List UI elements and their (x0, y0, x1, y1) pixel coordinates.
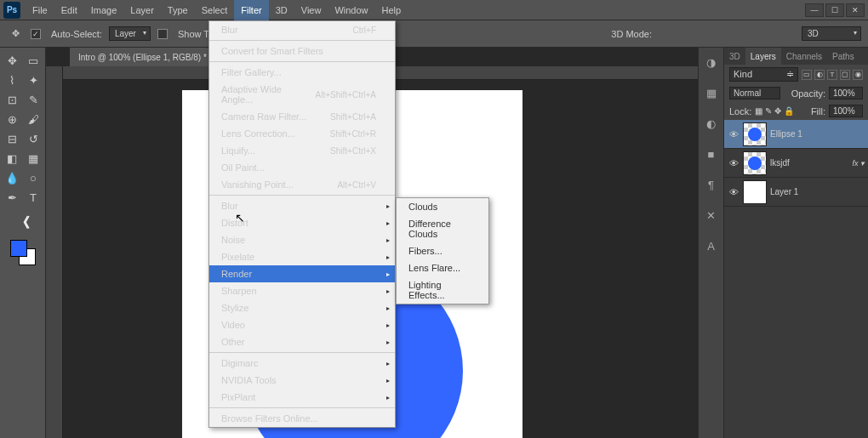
window-controls: — ☐ ✕ (805, 3, 865, 17)
minimize-button[interactable]: — (805, 3, 824, 17)
layer-name-label[interactable]: Layer 1 (770, 187, 798, 196)
layer-thumbnail[interactable] (743, 151, 767, 175)
eraser-tool[interactable]: ◧ (2, 149, 22, 168)
layer-filter-kind[interactable]: Kind ≑ (729, 67, 798, 82)
gradient-tool[interactable]: ▦ (23, 149, 43, 168)
filter-menu-filter-gallery-[interactable]: Filter Gallery... (209, 64, 395, 81)
character-panel-icon[interactable]: A (702, 236, 721, 255)
render-fibers-[interactable]: Fibers... (397, 242, 488, 259)
eyedropper-tool[interactable]: ✎ (23, 90, 43, 109)
type-tool[interactable]: T (23, 188, 43, 207)
layer-row[interactable]: 👁lksjdffx ▾ (724, 149, 868, 178)
filter-menu-stylize[interactable]: Stylize (209, 299, 395, 316)
magic-wand-tool[interactable]: ✦ (23, 71, 43, 89)
menu-filter[interactable]: Filter (234, 0, 268, 20)
close-button[interactable]: ✕ (846, 3, 865, 17)
filter-menu-liquify-[interactable]: Liquify...Shift+Ctrl+X (209, 142, 395, 159)
panel-tab-3d[interactable]: 3D (724, 48, 745, 65)
filter-menu-blur[interactable]: BlurCtrl+F (209, 21, 395, 38)
render-difference-clouds[interactable]: Difference Clouds (397, 215, 488, 242)
blur-tool[interactable]: 💧 (2, 168, 22, 187)
panel-tabs: 3DLayersChannelsPaths (724, 48, 868, 65)
workspace-switcher[interactable]: 3D (802, 26, 861, 41)
menu-type[interactable]: Type (161, 0, 195, 20)
layer-thumbnail[interactable] (743, 122, 767, 146)
heal-tool[interactable]: ⊕ (2, 110, 22, 128)
filter-menu-digimarc[interactable]: Digimarc (209, 355, 395, 372)
menu-image[interactable]: Image (84, 0, 124, 20)
dodge-tool[interactable]: ○ (23, 168, 43, 187)
menu-view[interactable]: View (294, 0, 328, 20)
menu-window[interactable]: Window (328, 0, 374, 20)
rect-marquee-tool[interactable]: ▭ (23, 51, 43, 70)
filter-menu-pixelate[interactable]: Pixelate (209, 248, 395, 265)
color-swatches[interactable] (10, 240, 36, 265)
filter-menu-noise[interactable]: Noise (209, 231, 395, 248)
filter-menu-distort[interactable]: Distort (209, 214, 395, 231)
menu-layer[interactable]: Layer (123, 0, 161, 20)
filter-menu-oil-paint-[interactable]: Oil Paint... (209, 159, 395, 176)
move-tool[interactable]: ✥ (2, 51, 22, 70)
filter-menu-camera-raw-filter-[interactable]: Camera Raw Filter...Shift+Ctrl+A (209, 108, 395, 125)
filter-menu-vanishing-point-[interactable]: Vanishing Point...Alt+Ctrl+V (209, 176, 395, 193)
render-lighting-effects-[interactable]: Lighting Effects... (397, 276, 488, 304)
filter-menu-blur[interactable]: Blur (209, 197, 395, 214)
layer-filter-icons[interactable]: ▭◐T▢◉ (802, 70, 863, 80)
layer-row[interactable]: 👁Ellipse 1 (724, 120, 868, 149)
layer-name-label[interactable]: lksjdf (770, 158, 790, 168)
filter-menu-pixplant[interactable]: PixPlant (209, 389, 395, 406)
filter-menu-sharpen[interactable]: Sharpen (209, 282, 395, 299)
color-panel-icon[interactable]: ◑ (702, 53, 721, 71)
swatches-panel-icon[interactable]: ▦ (702, 83, 721, 102)
panel-tab-channels[interactable]: Channels (781, 48, 827, 65)
filter-menu-other[interactable]: Other (209, 333, 395, 350)
visibility-icon[interactable]: 👁 (728, 158, 740, 168)
tools-panel-icon[interactable]: ✕ (702, 206, 721, 225)
show-transform-checkbox[interactable] (157, 29, 168, 39)
foreground-color[interactable] (10, 240, 27, 257)
filter-menu-convert-for-smart-filters[interactable]: Convert for Smart Filters (209, 43, 395, 60)
opacity-input[interactable]: 100% (829, 87, 863, 100)
layers-panel: 3DLayersChannelsPaths Kind ≑ ▭◐T▢◉ Norma… (724, 48, 868, 438)
visibility-icon[interactable]: 👁 (728, 187, 740, 197)
crop-tool[interactable]: ⊡ (2, 90, 22, 109)
auto-select-dropdown[interactable]: Layer (109, 26, 151, 41)
fill-input[interactable]: 100% (829, 105, 863, 117)
brush-tool[interactable]: 🖌 (23, 110, 43, 128)
maximize-button[interactable]: ☐ (825, 3, 844, 17)
pen-tool[interactable]: ✒ (2, 188, 22, 207)
right-panel-group: ◑ ▦ ◐ ■ ¶ ✕ A 3DLayersChannelsPaths Kind… (698, 48, 868, 438)
paragraph-panel-icon[interactable]: ¶ (702, 175, 721, 194)
filter-menu-render[interactable]: Render (209, 265, 395, 282)
menu-edit[interactable]: Edit (54, 0, 84, 20)
render-lens-flare-[interactable]: Lens Flare... (397, 259, 488, 276)
layer-thumbnail[interactable] (743, 180, 767, 204)
fx-badge[interactable]: fx ▾ (852, 159, 865, 168)
menu-select[interactable]: Select (195, 0, 235, 20)
filter-menu-adaptive-wide-angle-[interactable]: Adaptive Wide Angle...Alt+Shift+Ctrl+A (209, 81, 395, 108)
filter-menu-nvidia-tools[interactable]: NVIDIA Tools (209, 372, 395, 389)
menu-3d[interactable]: 3D (269, 0, 294, 20)
auto-select-checkbox[interactable] (31, 29, 41, 39)
filter-menu-video[interactable]: Video (209, 316, 395, 333)
lock-buttons[interactable]: ▦✎✥🔒 (755, 106, 794, 116)
document-tab[interactable]: Intro @ 100% (Ellipse 1, RGB/8) * (70, 48, 228, 66)
layer-row[interactable]: 👁Layer 1 (724, 178, 868, 207)
layer-name-label[interactable]: Ellipse 1 (770, 129, 802, 139)
blend-mode-select[interactable]: Normal (729, 87, 780, 100)
menu-bar: Ps FileEditImageLayerTypeSelectFilter3DV… (0, 0, 868, 20)
render-clouds[interactable]: Clouds (397, 198, 488, 215)
fill-label: Fill: (811, 106, 825, 117)
adjustments-panel-icon[interactable]: ◐ (702, 114, 721, 133)
filter-menu-lens-correction-[interactable]: Lens Correction...Shift+Ctrl+R (209, 125, 395, 142)
panel-tab-layers[interactable]: Layers (745, 48, 781, 65)
filter-menu-browse-filters-online-[interactable]: Browse Filters Online... (209, 410, 395, 427)
visibility-icon[interactable]: 👁 (728, 129, 740, 139)
menu-help[interactable]: Help (375, 0, 408, 20)
history-brush-tool[interactable]: ↺ (23, 129, 43, 148)
panel-tab-paths[interactable]: Paths (827, 48, 859, 65)
menu-file[interactable]: File (26, 0, 54, 20)
lasso-tool[interactable]: ⌇ (2, 71, 22, 89)
stamp-tool[interactable]: ⊟ (2, 129, 22, 148)
styles-panel-icon[interactable]: ■ (702, 145, 721, 163)
